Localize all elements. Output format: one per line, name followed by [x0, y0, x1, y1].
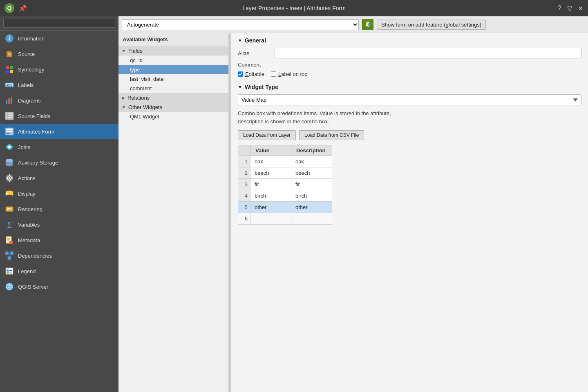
tree-item-qc_id[interactable]: qc_id — [118, 56, 228, 65]
qgis-server-icon — [5, 282, 14, 291]
svg-point-65 — [368, 26, 369, 27]
diagrams-icon — [5, 96, 14, 105]
table-row[interactable]: 2beechbeech — [238, 167, 332, 179]
row-value[interactable]: beech — [250, 167, 291, 179]
sidebar-item-auxiliary-storage[interactable]: Auxiliary Storage — [0, 155, 118, 170]
row-number: 1 — [238, 156, 250, 167]
svg-rect-44 — [9, 241, 13, 244]
show-form-button[interactable]: Show form on add feature (global setting… — [377, 20, 486, 30]
tree-section-other-widgets[interactable]: ▼Other Widgets — [118, 102, 228, 112]
svg-rect-63 — [368, 23, 370, 26]
tree-item-comment[interactable]: comment — [118, 84, 228, 93]
value-map-table: Value Description 1oakoak2beechbeech3fir… — [238, 145, 332, 225]
sidebar-item-qgis-server[interactable]: QGIS Server — [0, 279, 118, 294]
svg-rect-6 — [6, 66, 9, 69]
tree-item-type[interactable]: type — [118, 65, 228, 74]
row-description[interactable]: beech — [291, 167, 332, 179]
widget-type-title: ▼ Widget Type — [238, 84, 581, 90]
title-bar: Q 📌 Layer Properties - trees | Attribute… — [0, 0, 588, 16]
pin-icon[interactable]: 📌 — [19, 4, 27, 12]
table-row[interactable]: 1oakoak — [238, 156, 332, 167]
sidebar-item-source-fields[interactable]: Source Fields — [0, 108, 118, 124]
row-description[interactable]: birch — [291, 190, 332, 202]
editable-rest: ditable — [249, 71, 264, 77]
app-logo: Q 📌 — [4, 3, 27, 13]
svg-rect-47 — [8, 256, 11, 260]
label-on-top-checkbox-label[interactable]: Label on top — [271, 71, 308, 77]
tree-section-relations[interactable]: ▶Relations — [118, 93, 228, 102]
search-input[interactable] — [3, 19, 115, 28]
row-description[interactable]: fir — [291, 179, 332, 190]
row-value[interactable]: other — [250, 202, 291, 213]
editable-underline: E — [245, 71, 249, 77]
sidebar-item-legend[interactable]: Legend — [0, 263, 118, 279]
editable-label-text: Editable — [245, 71, 264, 77]
sidebar-label-source: Source — [18, 51, 35, 57]
search-bar[interactable] — [0, 16, 118, 31]
load-layer-button[interactable]: Load Data from Layer — [238, 130, 296, 140]
help-icon[interactable]: ? — [558, 4, 561, 12]
row-description[interactable] — [291, 213, 332, 225]
widget-type-select[interactable]: Value MapText EditCheck BoxDate/TimeAtta… — [238, 94, 581, 105]
sidebar-item-actions[interactable]: Actions — [0, 170, 118, 186]
sidebar-item-symbology[interactable]: Symbology — [0, 62, 118, 77]
table-row[interactable]: 5otherother — [238, 202, 332, 213]
sidebar-item-dependencies[interactable]: Dependencies — [0, 248, 118, 263]
sidebar-item-metadata[interactable]: Metadata — [0, 232, 118, 248]
sidebar-item-source[interactable]: Source — [0, 46, 118, 62]
row-value[interactable]: fir — [250, 179, 291, 190]
table-row[interactable]: 4birchbirch — [238, 190, 332, 202]
sidebar-label-symbology: Symbology — [18, 67, 44, 73]
sidebar-label-source-fields: Source Fields — [18, 113, 50, 119]
load-csv-button[interactable]: Load Data from CSV File — [299, 130, 364, 140]
row-description[interactable]: other — [291, 202, 332, 213]
sidebar-label-metadata: Metadata — [18, 237, 40, 243]
python-button[interactable] — [362, 19, 373, 30]
rendering-icon — [5, 205, 14, 214]
tree-section-label-other-widgets: Other Widgets — [128, 104, 162, 110]
svg-rect-62 — [366, 23, 368, 26]
value-table-body: 1oakoak2beechbeech3firfir4birchbirch5oth… — [238, 156, 332, 225]
svg-rect-51 — [7, 270, 9, 272]
close-icon[interactable]: ✕ — [578, 4, 583, 12]
label-on-top-checkbox[interactable] — [271, 71, 276, 77]
minimize-icon[interactable]: ▽ — [567, 4, 572, 12]
sidebar-item-attributes-form[interactable]: Attributes Form — [0, 124, 118, 139]
row-value[interactable]: oak — [250, 156, 291, 167]
row-number: 6 — [238, 213, 250, 225]
sidebar-item-rendering[interactable]: Rendering — [0, 201, 118, 217]
editable-checkbox-label[interactable]: Editable — [238, 71, 264, 77]
content-area: Available Widgets ▼Fieldsqc_idtypelast_v… — [118, 33, 588, 392]
tree-section-fields[interactable]: ▼Fields — [118, 46, 228, 56]
row-number: 3 — [238, 179, 250, 190]
sidebar-item-variables[interactable]: ∑Variables — [0, 217, 118, 232]
tree-item-last_visit_date[interactable]: last_visit_date — [118, 74, 228, 84]
table-row[interactable]: 6 — [238, 213, 332, 225]
auxiliary-storage-icon — [5, 158, 14, 167]
attributes-form-icon — [5, 127, 14, 136]
editable-checkbox[interactable] — [238, 71, 243, 77]
window-controls[interactable]: ? ▽ ✕ — [558, 4, 583, 12]
sidebar-item-joins[interactable]: Joins — [0, 139, 118, 155]
tree-item-qml-widget[interactable]: QML Widget — [118, 112, 228, 121]
table-header-description: Description — [291, 145, 332, 156]
svg-point-30 — [9, 177, 10, 179]
svg-rect-46 — [10, 252, 13, 255]
alias-input[interactable] — [275, 48, 581, 58]
load-buttons: Load Data from Layer Load Data from CSV … — [238, 130, 581, 140]
symbology-icon — [5, 65, 14, 74]
row-description[interactable]: oak — [291, 156, 332, 167]
sidebar-item-labels[interactable]: abcLabels — [0, 77, 118, 93]
sidebar-item-diagrams[interactable]: Diagrams — [0, 93, 118, 108]
tree-section-label-relations: Relations — [127, 95, 150, 101]
autogenerate-select[interactable]: AutogenerateDrag and Drop DesignerProvid… — [122, 19, 359, 30]
detail-pane: ▼ General Alias Comment Editable — [231, 33, 588, 392]
top-toolbar: AutogenerateDrag and Drop DesignerProvid… — [118, 16, 588, 33]
table-row[interactable]: 3firfir — [238, 179, 332, 190]
row-value[interactable] — [250, 213, 291, 225]
row-value[interactable]: birch — [250, 190, 291, 202]
sidebar-item-display[interactable]: Display — [0, 186, 118, 201]
svg-rect-45 — [5, 252, 9, 255]
sidebar-label-display: Display — [18, 191, 36, 197]
sidebar-item-information[interactable]: iInformation — [0, 31, 118, 46]
